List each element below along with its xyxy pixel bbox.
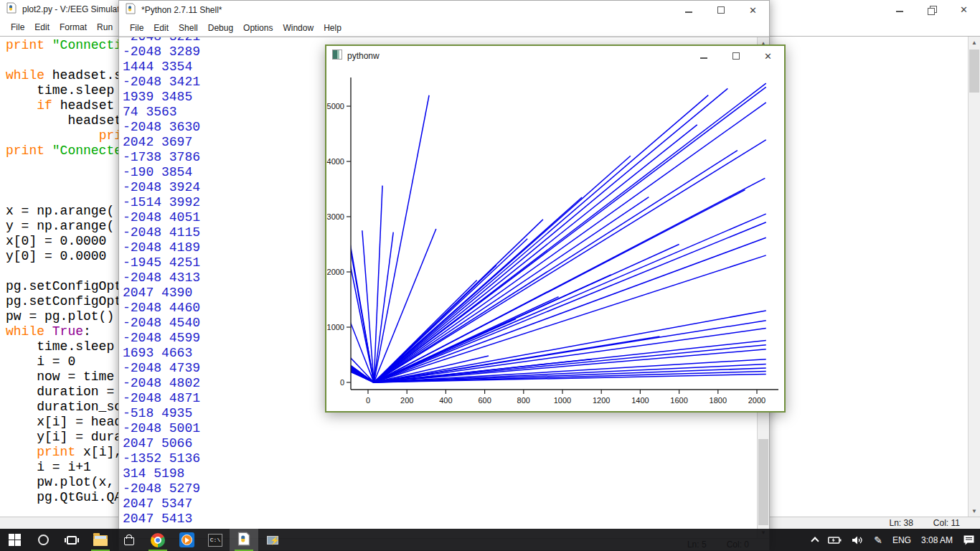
editor-scroll-up-icon[interactable]: ▲ xyxy=(969,37,980,48)
x-tick-label: 400 xyxy=(439,396,452,405)
shell-output-line: 2047 5347 xyxy=(123,496,200,512)
taskbar: C:\ ⚡ ✎ ENG 3:08 AM xyxy=(0,529,980,551)
editor-minimize-button[interactable] xyxy=(883,0,915,19)
clock[interactable]: 3:08 AM xyxy=(916,529,958,551)
shell-output-line: -2048 4115 xyxy=(123,225,200,240)
shell-output-line: -2048 4460 xyxy=(123,301,200,316)
windows-ink-icon[interactable]: ✎ xyxy=(869,529,887,551)
shell-output-line: -2048 3630 xyxy=(123,120,200,135)
plot-window: pythonw ✕ 010002000300040005000020040060… xyxy=(325,44,786,413)
shell-output-line: -2048 3221 xyxy=(123,37,200,44)
shell-output-line: -2048 3289 xyxy=(123,44,200,60)
shell-output-line: 1444 3354 xyxy=(123,60,200,75)
menu-item-debug[interactable]: Debug xyxy=(203,21,238,35)
menu-item-window[interactable]: Window xyxy=(278,21,319,35)
menu-item-edit[interactable]: Edit xyxy=(149,21,174,35)
shell-output-line: 2047 5066 xyxy=(123,436,200,451)
python-file-icon xyxy=(6,2,17,17)
cortana-button[interactable] xyxy=(29,529,57,551)
y-tick-label: 3000 xyxy=(327,212,344,221)
x-tick-label: 200 xyxy=(400,396,413,405)
shell-output-line: 2047 5413 xyxy=(123,512,200,527)
language-indicator[interactable]: ENG xyxy=(887,529,916,551)
x-tick-label: 800 xyxy=(517,396,530,405)
python-idle-icon xyxy=(237,532,251,549)
shell-scroll-thumb[interactable] xyxy=(758,439,768,525)
menu-item-file[interactable]: File xyxy=(125,21,149,35)
plot-titlebar[interactable]: pythonw ✕ xyxy=(326,46,784,66)
x-tick-label: 1800 xyxy=(710,396,727,405)
editor-scrollbar[interactable]: ▲ ▼ xyxy=(968,37,980,517)
x-tick-label: 0 xyxy=(366,396,370,405)
menu-item-format[interactable]: Format xyxy=(55,20,92,34)
plot-canvas[interactable]: 0100020003000400050000200400600800100012… xyxy=(326,66,784,411)
task-view-button[interactable] xyxy=(57,529,86,551)
editor-restore-button[interactable] xyxy=(915,0,948,19)
plot-close-button[interactable]: ✕ xyxy=(752,46,784,66)
shell-output-line: 74 3563 xyxy=(123,105,200,120)
plot-window-title: pythonw xyxy=(347,51,380,61)
tray-chevron-up-icon[interactable] xyxy=(807,529,823,551)
editor-scroll-thumb[interactable] xyxy=(969,50,979,93)
shell-output-line: 314 5198 xyxy=(123,466,200,481)
shell-output-line: -2048 4599 xyxy=(123,331,200,346)
file-explorer-button[interactable] xyxy=(86,529,115,551)
shell-output-line: 1939 3485 xyxy=(123,90,200,105)
menu-item-run[interactable]: Run xyxy=(92,20,118,34)
shell-output-line: 1693 4663 xyxy=(123,346,200,361)
chrome-button[interactable] xyxy=(143,529,172,551)
y-tick-label: 5000 xyxy=(327,102,344,110)
x-tick-label: 600 xyxy=(478,396,491,405)
plot-minimize-button[interactable] xyxy=(687,46,720,66)
shell-output-line: -2048 4739 xyxy=(123,361,200,376)
editor-status-col: Col: 11 xyxy=(933,518,960,528)
remote-session-button[interactable]: ⚡ xyxy=(258,529,287,551)
editor-scroll-down-icon[interactable]: ▼ xyxy=(969,505,980,517)
shell-maximize-button[interactable] xyxy=(705,1,737,19)
store-icon xyxy=(124,537,134,545)
menu-item-file[interactable]: File xyxy=(6,20,29,34)
editor-close-button[interactable]: ✕ xyxy=(948,0,980,19)
plot-rays xyxy=(326,83,766,382)
shell-close-button[interactable]: ✕ xyxy=(737,1,769,19)
remote-session-icon: ⚡ xyxy=(267,536,278,545)
shell-output-line: -2048 4051 xyxy=(123,210,200,225)
system-tray: ✎ ENG 3:08 AM xyxy=(807,529,980,551)
shell-output-line: -1352 5136 xyxy=(123,451,200,466)
start-button[interactable] xyxy=(0,529,29,551)
shell-output-line: -518 4935 xyxy=(123,406,200,421)
plot-svg: 0100020003000400050000200400600800100012… xyxy=(326,66,784,411)
shell-titlebar[interactable]: *Python 2.7.11 Shell* ✕ xyxy=(119,1,769,19)
x-tick-label: 2000 xyxy=(748,396,765,405)
y-tick-label: 4000 xyxy=(327,157,344,166)
menu-item-edit[interactable]: Edit xyxy=(29,20,55,34)
shell-output-line: -2048 4313 xyxy=(123,270,200,286)
command-prompt-button[interactable]: C:\ xyxy=(201,529,230,551)
python-idle-button[interactable] xyxy=(230,529,258,551)
shell-minimize-button[interactable] xyxy=(672,1,705,19)
shell-output-line: -2048 5279 xyxy=(123,481,200,496)
shell-output-line: -2048 4802 xyxy=(123,376,200,391)
task-view-icon xyxy=(67,536,77,545)
shell-title: *Python 2.7.11 Shell* xyxy=(141,5,222,15)
file-explorer-icon xyxy=(93,535,108,546)
pythonw-window-icon xyxy=(332,50,342,62)
menu-item-help[interactable]: Help xyxy=(319,21,347,35)
y-tick-label: 1000 xyxy=(327,323,344,331)
store-button[interactable] xyxy=(115,529,143,551)
movies-tv-button[interactable] xyxy=(172,529,201,551)
menu-item-options[interactable]: Options xyxy=(238,21,278,35)
shell-menubar: FileEditShellDebugOptionsWindowHelp xyxy=(119,19,769,37)
shell-output-line: 2042 3697 xyxy=(123,135,200,150)
python-file-icon xyxy=(125,3,136,17)
shell-output-line: -2048 3924 xyxy=(123,180,200,195)
action-center-icon[interactable] xyxy=(958,529,980,551)
plot-maximize-button[interactable] xyxy=(720,46,752,66)
movies-tv-icon xyxy=(179,532,194,547)
shell-output-line: 2047 4390 xyxy=(123,286,200,301)
menu-item-shell[interactable]: Shell xyxy=(174,21,203,35)
windows-logo-icon xyxy=(9,534,21,546)
x-tick-label: 1000 xyxy=(554,396,571,405)
volume-icon[interactable] xyxy=(847,529,869,551)
battery-icon[interactable] xyxy=(823,529,847,551)
